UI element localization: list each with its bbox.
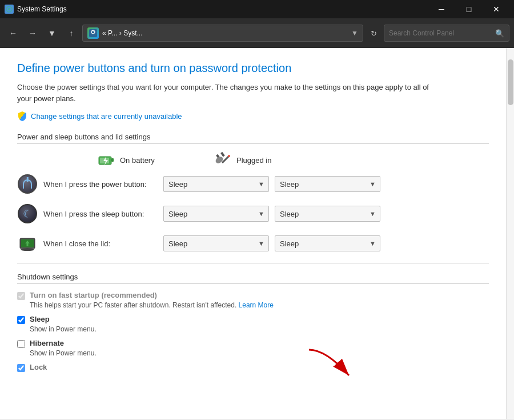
power-button-row: When I press the power button: Sleep Do …: [17, 174, 489, 194]
svg-point-16: [21, 249, 34, 251]
sleep-checkbox-desc: Show in Power menu.: [30, 325, 489, 333]
hibernate-desc: Show in Power menu.: [30, 349, 489, 357]
lid-icon: [17, 233, 38, 254]
sleep-on-battery-select-wrapper: Sleep Do nothing Hibernate Shut down ▼: [163, 206, 269, 222]
fast-startup-desc: This helps start your PC faster after sh…: [30, 301, 489, 309]
power-plugged-select-wrapper: Sleep Do nothing Hibernate Shut down ▼: [275, 176, 380, 192]
lid-on-battery-select-wrapper: Sleep Do nothing Hibernate Shut down ▼: [163, 235, 269, 251]
window-controls: ─ □ ✕: [428, 0, 509, 18]
dropdown-button[interactable]: ▼: [43, 25, 61, 42]
window-title: System Settings: [17, 5, 428, 13]
power-on-battery-select[interactable]: Sleep Do nothing Hibernate Shut down: [163, 176, 269, 192]
sleep-checkbox[interactable]: [17, 316, 25, 324]
power-on-battery-select-wrapper: Sleep Do nothing Hibernate Shut down ▼: [163, 176, 269, 192]
lid-label: When I close the lid:: [43, 239, 158, 248]
power-button-icon: [17, 174, 38, 194]
search-input[interactable]: [389, 29, 495, 37]
sleep-on-battery-select[interactable]: Sleep Do nothing Hibernate Shut down: [163, 206, 269, 222]
learn-more-link[interactable]: Learn More: [239, 301, 274, 309]
fast-startup-row: Turn on fast startup (recommended): [17, 291, 489, 300]
plug-icon: [211, 152, 232, 168]
lock-row: Lock: [17, 363, 489, 372]
navigation-bar: ← → ▼ ↑ « P... › Syst... ▼ ↻ 🔍: [0, 18, 514, 48]
lid-on-battery-select[interactable]: Sleep Do nothing Hibernate Shut down: [163, 235, 269, 251]
search-icon: 🔍: [495, 29, 504, 38]
power-button-label: When I press the power button:: [43, 180, 158, 189]
close-button[interactable]: ✕: [483, 0, 509, 18]
svg-rect-10: [220, 152, 225, 157]
power-column-headers: On battery Plugged in: [97, 151, 489, 169]
maximize-button[interactable]: □: [456, 0, 482, 18]
power-plugged-select[interactable]: Sleep Do nothing Hibernate Shut down: [275, 176, 380, 192]
lid-plugged-select-wrapper: Sleep Do nothing Hibernate Shut down ▼: [275, 235, 380, 251]
battery-icon: [97, 151, 115, 169]
fast-startup-checkbox[interactable]: [17, 292, 25, 300]
on-battery-header: On battery: [97, 151, 211, 169]
section-divider: [17, 263, 489, 263]
lock-label: Lock: [30, 363, 47, 371]
search-bar[interactable]: 🔍: [384, 25, 509, 42]
scrollbar-track[interactable]: [506, 48, 514, 419]
lid-plugged-select[interactable]: Sleep Do nothing Hibernate Shut down: [275, 235, 380, 251]
title-bar: System Settings ─ □ ✕: [0, 0, 514, 18]
svg-point-13: [228, 155, 230, 157]
change-settings-label: Change settings that are currently unava…: [31, 112, 182, 121]
address-dropdown-arrow[interactable]: ▼: [351, 29, 358, 37]
shutdown-section-header: Shutdown settings: [17, 273, 489, 284]
sleep-checkbox-label: Sleep: [30, 315, 50, 323]
fast-startup-label: Turn on fast startup (recommended): [30, 291, 157, 299]
address-icon: [87, 27, 99, 39]
back-button[interactable]: ←: [5, 25, 22, 42]
power-section-header: Power and sleep buttons and lid settings: [17, 133, 489, 144]
up-button[interactable]: ↑: [63, 25, 80, 42]
change-settings-link[interactable]: Change settings that are currently unava…: [17, 111, 489, 121]
content-area: Define power buttons and turn on passwor…: [0, 48, 506, 419]
page-title: Define power buttons and turn on passwor…: [17, 62, 489, 75]
sleep-checkbox-row: Sleep: [17, 315, 489, 324]
plugged-in-header: Plugged in: [211, 152, 326, 168]
laptop-icon: [18, 234, 37, 253]
shield-icon: [17, 111, 27, 121]
app-icon: [5, 5, 14, 14]
svg-line-12: [223, 157, 228, 162]
main-wrapper: Define power buttons and turn on passwor…: [0, 48, 514, 419]
address-bar[interactable]: « P... › Syst... ▼: [82, 25, 363, 42]
lid-row: When I close the lid: Sleep Do nothing H…: [17, 233, 489, 254]
forward-button[interactable]: →: [24, 25, 41, 42]
sleep-button-row: ☾ When I press the sleep button: Sleep D…: [17, 203, 489, 224]
sleep-plugged-select[interactable]: Sleep Do nothing Hibernate Shut down: [275, 206, 380, 222]
sleep-button-label: When I press the sleep button:: [43, 210, 158, 218]
scrollbar-thumb[interactable]: [508, 59, 513, 105]
minimize-button[interactable]: ─: [428, 0, 455, 18]
address-path: « P... › Syst...: [102, 29, 348, 37]
sleep-plugged-select-wrapper: Sleep Do nothing Hibernate Shut down ▼: [275, 206, 380, 222]
hibernate-row: Hibernate: [17, 339, 489, 348]
sleep-button-icon: ☾: [17, 203, 38, 224]
hibernate-label: Hibernate: [30, 339, 64, 347]
svg-point-1: [8, 8, 10, 10]
lock-checkbox[interactable]: [17, 364, 25, 372]
refresh-button[interactable]: ↻: [366, 25, 382, 41]
svg-rect-6: [111, 158, 114, 162]
shutdown-section: Shutdown settings Turn on fast startup (…: [17, 273, 489, 372]
page-description: Choose the power settings that you want …: [17, 82, 434, 104]
hibernate-checkbox[interactable]: [17, 340, 25, 348]
